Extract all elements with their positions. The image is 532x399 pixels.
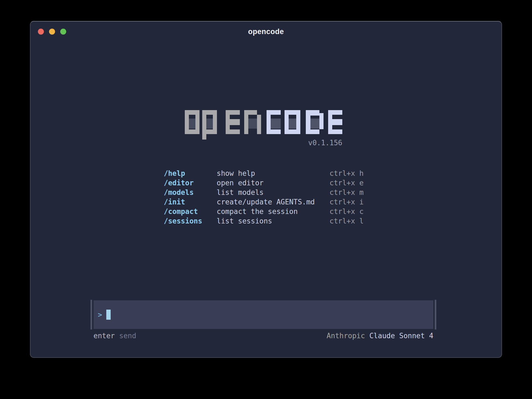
logo-letter-d — [306, 110, 324, 134]
command-shortcut: ctrl+x i — [330, 197, 364, 207]
version-label: v0.1.156 — [185, 139, 342, 147]
command-description: open editor — [217, 178, 330, 188]
command-description: compact the session — [217, 207, 330, 216]
logo-letter-c — [267, 110, 281, 134]
command-description: list sessions — [217, 216, 330, 226]
prompt-symbol: > — [98, 311, 102, 319]
logo-letter-n — [244, 110, 261, 134]
hint-action: send — [119, 332, 136, 340]
command-shortcut: ctrl+x m — [330, 188, 364, 197]
window-title: opencode — [31, 28, 501, 36]
hint-key: enter — [93, 332, 115, 340]
logo-letter-e — [226, 110, 240, 134]
input-border-right — [435, 300, 436, 330]
command-name: /sessions — [164, 216, 217, 226]
command-description: show help — [217, 169, 330, 178]
command-shortcut: ctrl+x h — [330, 169, 364, 178]
opencode-logo: opencode — [185, 110, 342, 141]
command-description: create/update AGENTS.md — [217, 197, 330, 207]
titlebar[interactable]: opencode — [31, 22, 501, 38]
command-name: /init — [164, 197, 217, 207]
command-name: /help — [164, 169, 217, 178]
model-indicator[interactable]: AnthropicClaude Sonnet 4 — [327, 332, 433, 340]
status-bar: entersend AnthropicClaude Sonnet 4 — [93, 332, 433, 340]
command-shortcut: ctrl+x e — [330, 178, 364, 188]
input-border-left — [90, 300, 92, 330]
logo-letter-p — [202, 110, 217, 140]
opencode-window: opencode opencode — [30, 21, 502, 358]
command-name: /compact — [164, 207, 217, 216]
command-description: list models — [217, 188, 330, 197]
command-shortcut: ctrl+x l — [330, 216, 364, 226]
text-cursor — [106, 310, 111, 320]
command-name: /models — [164, 188, 217, 197]
command-name: /editor — [164, 178, 217, 188]
message-input[interactable]: > — [93, 300, 433, 329]
model-label: Claude Sonnet 4 — [369, 332, 433, 340]
logo-letter-o2 — [285, 110, 300, 134]
command-shortcut: ctrl+x c — [330, 207, 364, 216]
logo-letter-o — [185, 110, 200, 134]
command-list: /help show help ctrl+x h /editor open ed… — [164, 169, 364, 226]
logo-letter-e2 — [328, 110, 342, 134]
provider-label: Anthropic — [327, 332, 365, 340]
send-hint: entersend — [93, 332, 136, 340]
